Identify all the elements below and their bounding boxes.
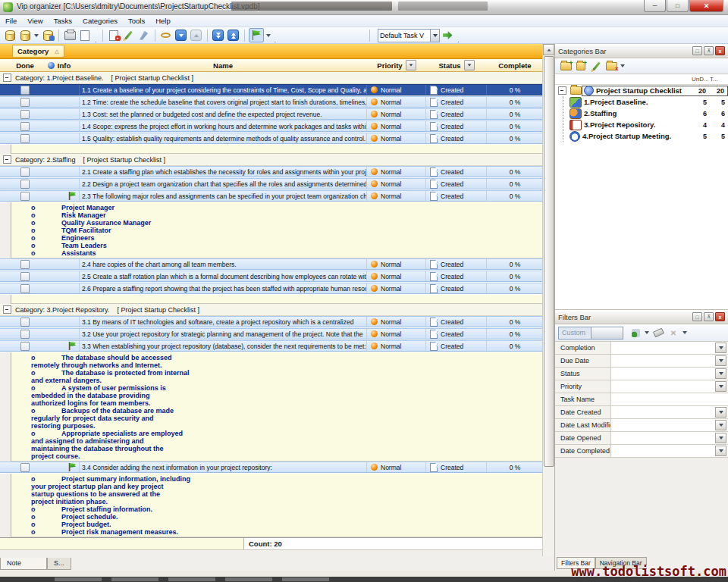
group-header-project-baseline[interactable]: Category: 1.Project Baseline.[ Project S… [0,72,543,84]
tree-item-project-baseline[interactable]: 1.Project Baseline. 5 5 [563,96,728,108]
menu-categories[interactable]: Categories [77,15,123,27]
move-up-button[interactable] [190,29,203,42]
collapse-tree-icon[interactable] [558,86,566,95]
edit-task-button[interactable] [122,29,136,42]
done-checkbox[interactable] [20,192,30,201]
done-checkbox[interactable] [20,284,30,293]
filter-row-date-last-modified[interactable]: Date Last Modified [555,419,728,432]
toolbar-overflow-dot[interactable]: . [275,37,277,43]
done-checkbox[interactable] [20,167,30,177]
task-row[interactable]: 3.2 Use your project repository for stra… [0,328,543,340]
restore-button[interactable]: □ [667,0,689,12]
minimize-button[interactable]: ─ [644,0,666,12]
column-undone[interactable]: UnD... [692,76,710,83]
collapse-group-icon[interactable] [3,74,11,82]
task-row[interactable]: 2.3 The following major roles and assign… [0,190,543,202]
print-preview-button[interactable] [78,29,92,42]
done-checkbox[interactable] [20,110,30,119]
restore-panel-icon[interactable]: □ [692,46,702,55]
done-checkbox[interactable] [20,122,30,131]
task-row[interactable]: 1.5 Quality: establish quality requireme… [0,133,543,144]
new-category-button[interactable]: + [559,60,573,73]
expand-all-button[interactable] [212,29,225,42]
new-subcategory-button[interactable]: + [574,60,588,73]
done-checkbox[interactable] [20,180,30,189]
clear-filter-button[interactable] [651,327,665,340]
done-checkbox[interactable] [20,272,30,281]
apply-filter-button[interactable] [629,327,642,340]
menu-tasks[interactable]: Tasks [49,15,77,27]
menu-tools[interactable]: Tools [123,15,150,27]
categories-toolbar-dropdown[interactable] [620,64,625,67]
pin-panel-icon[interactable]: ⊼ [704,312,714,321]
delete-task-button[interactable] [137,29,151,42]
column-header-name[interactable]: Name [79,59,367,71]
column-header-info[interactable]: Info [39,59,79,71]
done-checkbox[interactable] [20,86,30,95]
dropdown-button[interactable] [715,407,726,418]
filter-row-priority[interactable]: Priority [555,380,728,393]
task-row[interactable]: 2.6 Prepare a staffing report showing th… [0,283,543,294]
open-database-dropdown[interactable] [34,34,39,37]
menu-view[interactable]: View [22,15,48,27]
group-header-staffing[interactable]: Category: 2.Staffing[ Project Startup Ch… [0,154,543,166]
view-notes-button[interactable] [159,29,173,42]
group-by-category-chip[interactable]: Category △ [12,45,64,58]
close-panel-icon[interactable]: x [715,312,725,321]
task-row[interactable]: 2.1 Create a staffing plan which establi… [0,166,543,177]
filter-preset-combo[interactable]: Custom [558,327,623,340]
delete-category-button[interactable]: x [604,60,618,73]
save-database-button[interactable] [41,29,55,42]
task-row[interactable]: 1.3 Cost: set the planned or budgeted co… [0,108,543,120]
tree-item-project-repository[interactable]: 3.Project Repository. 4 4 [563,119,728,130]
toolbar-overflow-dot[interactable]: . [95,37,97,43]
open-database-button[interactable] [18,29,32,42]
column-header-priority[interactable]: Priority [367,59,426,71]
group-header-project-repository[interactable]: Category: 3.Project Repository.[ Project… [0,304,543,316]
toolbar-overflow-dot[interactable]: . [457,37,460,43]
flag-dropdown[interactable] [266,34,271,37]
filter-row-due-date[interactable]: Due Date [555,355,728,368]
priority-filter-button[interactable] [406,60,416,70]
task-view-combo[interactable] [378,29,440,42]
tree-item-root[interactable]: Project Startup Checklist 20 20 [555,85,728,96]
edit-category-button[interactable] [589,60,603,73]
done-checkbox[interactable] [20,134,30,143]
dropdown-button[interactable] [715,343,726,353]
close-panel-icon[interactable]: x [715,46,725,55]
filter-row-date-opened[interactable]: Date Opened [555,432,728,445]
scroll-up-arrow[interactable] [543,44,554,55]
task-row[interactable]: 3.4 Consider adding the next information… [0,462,543,473]
scrollbar-thumb[interactable] [544,56,554,467]
show-notes-flag-toggle[interactable] [249,28,264,42]
new-database-button[interactable] [3,29,17,42]
tab-s[interactable]: S... [47,558,71,570]
status-filter-button[interactable] [464,60,475,70]
done-checkbox[interactable] [20,98,30,107]
task-view-dropdown[interactable] [430,30,439,42]
restore-panel-icon[interactable]: □ [692,312,702,321]
filters-toolbar-dropdown[interactable] [682,331,687,334]
task-row[interactable]: 1.1 Create a baseline of your project co… [0,84,543,95]
vertical-scrollbar[interactable] [542,44,554,556]
filter-row-status[interactable]: Status [555,368,728,380]
task-row[interactable]: 1.2 Time: create the schedule baseline t… [0,96,543,108]
done-checkbox[interactable] [20,342,30,351]
filter-row-date-created[interactable]: Date Created [555,406,728,419]
collapse-group-icon[interactable] [3,305,11,314]
apply-view-button[interactable] [441,29,454,42]
task-row[interactable]: 2.2 Design a project team organization c… [0,178,543,189]
filter-row-date-completed[interactable]: Date Completed [555,445,728,458]
column-header-complete[interactable]: Complete [487,59,543,71]
tab-note[interactable]: Note [0,558,47,570]
task-row[interactable]: 2.5 Create a staff rotation plan which i… [0,271,543,282]
column-total[interactable]: T... [710,76,728,83]
dropdown-button[interactable] [715,433,726,443]
close-button[interactable]: ✕ [689,0,723,12]
task-row[interactable]: 1.4 Scope: express the project effort in… [0,120,543,132]
done-checkbox[interactable] [20,318,30,327]
done-checkbox[interactable] [20,330,30,339]
filter-row-task-name[interactable]: Task Name [555,393,728,406]
collapse-group-icon[interactable] [3,155,11,164]
tree-item-staffing[interactable]: 2.Staffing 6 6 [563,108,728,119]
